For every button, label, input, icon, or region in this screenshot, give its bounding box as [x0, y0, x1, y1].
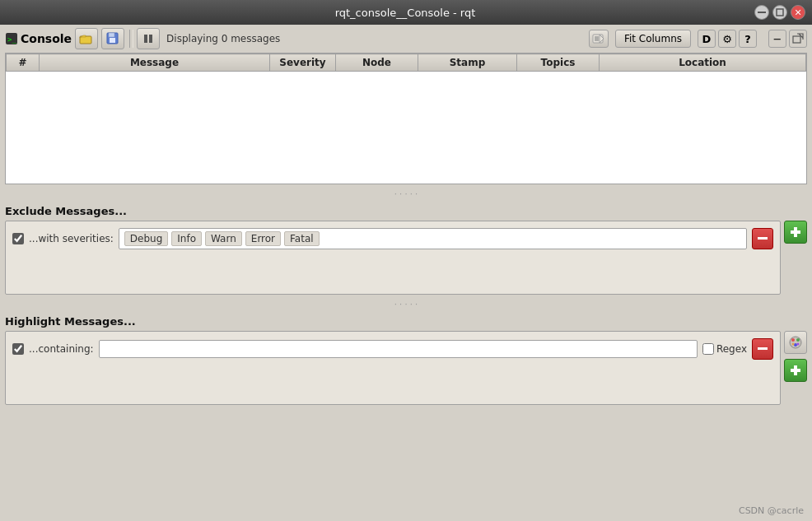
d-icon-button[interactable]: D	[698, 30, 716, 48]
severity-debug: Debug	[124, 231, 168, 246]
console-title: Console	[21, 32, 72, 45]
drag-handle-2[interactable]: · · · · ·	[5, 298, 807, 310]
open-icon	[79, 32, 94, 45]
svg-rect-4	[80, 36, 91, 44]
svg-point-21	[796, 338, 800, 342]
window-title: rqt_console__Console - rqt	[56, 7, 754, 19]
help-icon-button[interactable]: ?	[739, 30, 757, 48]
severity-warn: Warn	[205, 231, 242, 246]
add-icon	[790, 226, 801, 238]
highlight-content: ...containing: Regex	[5, 331, 807, 405]
console-icon: >_	[5, 32, 18, 45]
highlight-checkbox[interactable]	[12, 343, 24, 355]
undock-icon-button[interactable]	[789, 30, 807, 48]
exclude-inner: ...with severities: Debug Info Warn Erro…	[5, 221, 781, 295]
main-window: >_ Console	[0, 25, 812, 521]
display-label: Displaying 0 messages	[163, 33, 586, 44]
message-table-container: # Message Severity Node Stamp Topics Loc…	[5, 53, 807, 184]
toolbar-separator	[129, 30, 130, 48]
exclude-content: ...with severities: Debug Info Warn Erro…	[5, 221, 807, 295]
highlight-remove-icon	[758, 347, 768, 351]
col-location: Location	[600, 54, 806, 72]
drag-handle-1[interactable]: · · · · ·	[5, 188, 807, 200]
highlight-add-button[interactable]	[784, 359, 807, 382]
pause-button[interactable]	[137, 28, 160, 49]
save-icon	[106, 32, 119, 45]
severity-fatal: Fatal	[284, 231, 320, 246]
watermark: CSDN @cacrle	[739, 505, 804, 516]
svg-rect-7	[110, 38, 115, 43]
exclude-remove-button[interactable]	[752, 228, 773, 249]
pause-icon	[142, 33, 154, 44]
highlight-remove-button[interactable]	[752, 338, 773, 360]
highlight-section: Highlight Messages... ...containing: Reg…	[5, 312, 807, 405]
toolbar-separator-light	[133, 30, 133, 48]
regex-label: Regex	[716, 343, 747, 355]
highlight-filter-label: ...containing:	[29, 343, 94, 355]
col-message: Message	[40, 54, 270, 72]
exclude-checkbox[interactable]	[12, 233, 24, 244]
severity-tags: Debug Info Warn Error Fatal	[119, 228, 747, 249]
exclude-filter-label: ...with severities:	[29, 233, 114, 244]
col-node: Node	[336, 54, 418, 72]
svg-rect-18	[758, 347, 768, 350]
exclude-filter-row: ...with severities: Debug Info Warn Erro…	[12, 228, 773, 249]
svg-rect-26	[791, 369, 800, 372]
minimize-button[interactable]	[754, 5, 769, 20]
highlight-filter-row: ...containing: Regex	[12, 338, 773, 360]
col-topics: Topics	[517, 54, 600, 72]
regex-checkbox[interactable]	[702, 343, 714, 355]
svg-rect-1	[777, 9, 783, 16]
gear-icon-button[interactable]: ⚙	[718, 30, 736, 48]
palette-button[interactable]	[784, 331, 807, 354]
col-number: #	[7, 54, 40, 72]
svg-rect-8	[144, 35, 147, 43]
highlight-inner: ...containing: Regex	[5, 331, 781, 405]
severity-error: Error	[245, 231, 281, 246]
remove-icon	[758, 237, 768, 240]
undock-svg	[792, 33, 804, 44]
save-button[interactable]	[101, 28, 124, 49]
svg-rect-17	[791, 230, 800, 234]
title-bar: rqt_console__Console - rqt ✕	[0, 0, 812, 25]
col-severity: Severity	[270, 54, 336, 72]
svg-rect-9	[149, 35, 152, 43]
highlight-title: Highlight Messages...	[5, 312, 807, 331]
exclude-side-buttons	[784, 221, 807, 295]
svg-rect-0	[758, 12, 766, 13]
open-button[interactable]	[75, 28, 98, 49]
close-button[interactable]: ✕	[791, 5, 805, 20]
svg-point-22	[794, 343, 797, 347]
top-right-icons: D ⚙ ? −	[698, 30, 807, 48]
regex-check-container: Regex	[702, 343, 747, 355]
exclude-add-button[interactable]	[784, 221, 807, 244]
palette-icon	[788, 335, 803, 350]
svg-point-23	[792, 343, 795, 346]
message-table: # Message Severity Node Stamp Topics Loc…	[6, 53, 806, 72]
window-controls: ✕	[754, 5, 805, 20]
exclude-title: Exclude Messages...	[5, 202, 807, 221]
highlight-add-icon	[790, 365, 801, 376]
svg-point-20	[791, 338, 795, 342]
fit-columns-button[interactable]: Fit Columns	[615, 30, 691, 48]
highlight-input[interactable]	[99, 340, 698, 358]
svg-point-24	[797, 343, 800, 346]
highlight-side-buttons	[784, 331, 807, 405]
svg-rect-6	[109, 33, 114, 37]
severity-info: Info	[171, 231, 202, 246]
clear-icon	[592, 33, 605, 44]
maximize-button[interactable]	[772, 5, 787, 20]
svg-rect-14	[793, 36, 800, 43]
clear-button[interactable]	[589, 30, 609, 48]
exclude-section: Exclude Messages... ...with severities: …	[5, 202, 807, 295]
svg-text:>_: >_	[7, 35, 16, 44]
svg-rect-15	[758, 237, 768, 240]
col-stamp: Stamp	[418, 54, 517, 72]
dash-icon-button[interactable]: −	[768, 30, 786, 48]
